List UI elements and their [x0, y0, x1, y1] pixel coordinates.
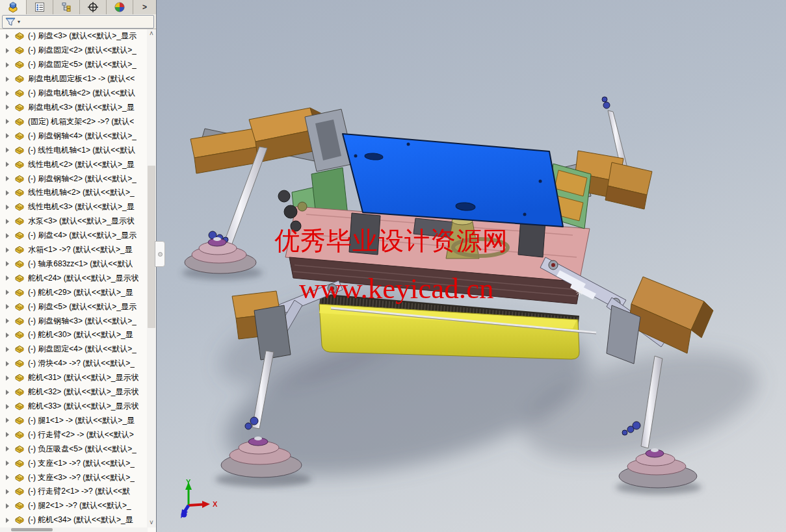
expand-arrow-icon[interactable] — [6, 518, 9, 523]
tree-item-label: 舵机<24> (默认<<默认>_显示状 — [28, 273, 138, 284]
tree-item[interactable]: (-) 刷盘<5> (默认<<默认>_显示 — [0, 299, 148, 314]
tree-item[interactable]: (固定) 机箱支架<2> ->? (默认< — [0, 114, 148, 129]
tree-item-label: (-) 腿1<1> -> (默认<<默认>_显 — [28, 415, 135, 426]
expand-arrow-icon[interactable] — [6, 375, 9, 381]
expand-arrow-icon[interactable] — [6, 404, 9, 409]
expand-arrow-icon[interactable] — [6, 318, 9, 323]
expand-arrow-icon[interactable] — [6, 347, 9, 352]
tree-item[interactable]: 舵机<31> (默认<<默认>_显示状 — [0, 371, 148, 385]
tree-item[interactable]: (-) 刷盘固定<5> (默认<<默认>_ — [0, 58, 148, 72]
filter-dropdown-arrow-icon[interactable]: ▾ — [18, 19, 20, 25]
expand-arrow-icon[interactable] — [6, 261, 9, 266]
part-icon — [14, 202, 25, 212]
expand-arrow-icon[interactable] — [6, 446, 9, 451]
expand-arrow-icon[interactable] — [6, 247, 9, 253]
feature-tree: (-) 刷盘<3> (默认<<默认>_显示 (-) 刷盘固定<2> (默认<<默… — [0, 29, 148, 527]
tree-item[interactable]: 舵机<24> (默认<<默认>_显示状 — [0, 271, 148, 285]
filter-input[interactable]: ▾ — [2, 15, 154, 29]
scroll-up-icon[interactable]: ˄ — [147, 29, 156, 38]
tree-horizontal-scrollbar[interactable] — [0, 527, 148, 532]
tab-overflow-button[interactable]: > — [133, 0, 156, 14]
tree-item[interactable]: 刷盘电机固定板<1> -> (默认<< — [0, 72, 148, 86]
expand-arrow-icon[interactable] — [6, 333, 9, 338]
expand-arrow-icon[interactable] — [6, 233, 9, 238]
expand-arrow-icon[interactable] — [6, 290, 9, 295]
expand-arrow-icon[interactable] — [6, 48, 9, 53]
tab-featuremanager-design-tree[interactable] — [0, 0, 27, 14]
tree-item[interactable]: 水泵<3> (默认<<默认>_显示状 — [0, 214, 148, 229]
suction-cup-upper-left[interactable] — [185, 237, 256, 273]
expand-arrow-icon[interactable] — [6, 147, 9, 153]
tree-item[interactable]: (-) 刷盘钢轴<4> (默认<<默认>_ — [0, 129, 148, 143]
tree-item[interactable]: (-) 滑块<4> ->? (默认<<默认>_ — [0, 357, 148, 371]
expand-arrow-icon[interactable] — [6, 133, 9, 138]
expand-arrow-icon[interactable] — [6, 62, 9, 68]
tree-item[interactable]: (-) 刷盘<4> (默认<<默认>_显示 — [0, 229, 148, 243]
expand-arrow-icon[interactable] — [6, 176, 9, 181]
tree-item[interactable]: (-) 腿2<1> ->? (默认<<默认>_ — [0, 499, 148, 513]
expand-arrow-icon[interactable] — [6, 190, 9, 196]
tree-item[interactable]: (-) 舵机<30> (默认<<默认>_显 — [0, 328, 148, 342]
expand-arrow-icon[interactable] — [6, 475, 9, 480]
tree-item[interactable]: 线性电机<3> (默认<<默认>_显 — [0, 200, 148, 214]
part-icon — [14, 430, 25, 440]
expand-arrow-icon[interactable] — [6, 34, 9, 39]
expand-arrow-icon[interactable] — [6, 275, 9, 281]
tree-item[interactable]: (-) 腿1<1> -> (默认<<默认>_显 — [0, 413, 148, 427]
tree-item[interactable]: (-) 刷盘固定<2> (默认<<默认>_ — [0, 44, 148, 58]
tree-item[interactable]: (-) 刷盘电机轴<2> (默认<<默认 — [0, 86, 148, 101]
tab-displaymanager[interactable] — [107, 0, 133, 14]
tree-item-label: 舵机<33> (默认<<默认>_显示状 — [28, 401, 138, 412]
expand-arrow-icon[interactable] — [6, 432, 9, 437]
tree-item[interactable]: (-) 刷盘<3> (默认<<默认>_显示 — [0, 29, 148, 44]
tree-item[interactable]: 舵机<33> (默认<<默认>_显示状 — [0, 399, 148, 414]
part-icon — [14, 302, 25, 312]
expand-arrow-icon[interactable] — [6, 304, 9, 309]
tree-item-label: (-) 刷盘固定<5> (默认<<默认>_ — [28, 59, 137, 70]
scroll-down-icon[interactable]: ˅ — [147, 518, 156, 527]
expand-arrow-icon[interactable] — [6, 390, 9, 395]
tree-vertical-scrollbar[interactable]: ˄ ˅ — [147, 29, 156, 527]
tree-item[interactable]: (-) 舵机<34> (默认<<默认>_显 — [0, 513, 148, 527]
configurationmanager-icon — [60, 1, 72, 13]
tree-item[interactable]: (-) 刷盘钢轴<2> (默认<<默认>_ — [0, 171, 148, 186]
tree-item[interactable]: 舵机<32> (默认<<默认>_显示状 — [0, 385, 148, 399]
tree-item[interactable]: (-) 舵机<29> (默认<<默认>_显 — [0, 285, 148, 299]
tab-propertymanager[interactable] — [27, 0, 53, 14]
part-icon — [14, 473, 25, 483]
robot-assembly-model[interactable] — [157, 0, 786, 532]
expand-arrow-icon[interactable] — [6, 119, 9, 124]
tree-item[interactable]: (-) 线性电机轴<1> (默认<<默认 — [0, 143, 148, 157]
tree-item[interactable]: 线性电机轴<2> (默认<<默认>_ — [0, 186, 148, 200]
tree-item-label: (-) 刷盘<4> (默认<<默认>_显示 — [28, 230, 137, 241]
expand-arrow-icon[interactable] — [6, 503, 9, 509]
blue-top-plate[interactable] — [343, 134, 563, 227]
tab-configurationmanager[interactable] — [53, 0, 80, 14]
tree-item[interactable]: (-) 轴承683zz<1> (默认<<默认 — [0, 257, 148, 272]
horizontal-scroll-thumb[interactable] — [11, 528, 53, 531]
expand-arrow-icon[interactable] — [6, 162, 9, 167]
tree-item[interactable]: 刷盘电机<3> (默认<<默认>_显 — [0, 101, 148, 115]
expand-arrow-icon[interactable] — [6, 219, 9, 224]
expand-arrow-icon[interactable] — [6, 91, 9, 96]
tree-item[interactable]: (-) 行走臂<2> -> (默认<<默认> — [0, 427, 148, 442]
tree-item[interactable]: (-) 支座<3> ->? (默认<<默认>_ — [0, 470, 148, 485]
tree-item[interactable]: 线性电机<2> (默认<<默认>_显 — [0, 157, 148, 171]
tree-item[interactable]: (-) 刷盘钢轴<3> (默认<<默认>_ — [0, 314, 148, 328]
expand-arrow-icon[interactable] — [6, 205, 9, 210]
expand-arrow-icon[interactable] — [6, 105, 9, 110]
expand-arrow-icon[interactable] — [6, 77, 9, 82]
tab-dimxpertmanager[interactable] — [80, 0, 107, 14]
graphics-viewport[interactable]: 优秀毕业设计资源网 www.keyicad.cn ✳ Y X — [157, 0, 786, 532]
tree-item[interactable]: (-) 负压吸盘<5> (默认<<默认>_ — [0, 442, 148, 456]
tree-item[interactable]: (-) 支座<1> ->? (默认<<默认>_ — [0, 456, 148, 470]
expand-arrow-icon[interactable] — [6, 461, 9, 466]
tree-item[interactable]: (-) 刷盘固定<4> (默认<<默认>_ — [0, 342, 148, 357]
expand-arrow-icon[interactable] — [6, 489, 9, 494]
tree-item[interactable]: 水箱<1> ->? (默认<<默认>_显 — [0, 243, 148, 257]
part-icon — [14, 188, 25, 197]
expand-arrow-icon[interactable] — [6, 418, 9, 423]
panel-splitter[interactable] — [155, 241, 165, 267]
expand-arrow-icon[interactable] — [6, 361, 9, 366]
tree-item[interactable]: (-) 行走臂2<1> ->? (默认<<默 — [0, 485, 148, 499]
